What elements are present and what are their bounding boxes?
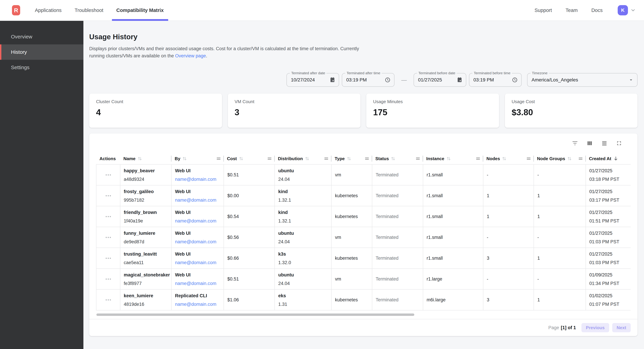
more-options-icon[interactable]	[104, 214, 112, 219]
cell-by: Web UI name@domain.com	[172, 248, 224, 268]
type-value: kubernetes	[335, 256, 358, 261]
cell-instance: r1.large	[423, 269, 483, 289]
terminated-before-time-field[interactable]: Terminated before time 03:19 PM	[469, 73, 522, 87]
column-menu-icon[interactable]	[416, 157, 420, 160]
scrollbar-thumb[interactable]	[96, 314, 414, 316]
status-badge: Terminated	[376, 214, 398, 219]
link-team[interactable]: Team	[566, 7, 578, 13]
col-header-node-groups[interactable]: Node Groups	[534, 153, 586, 164]
link-support[interactable]: Support	[534, 7, 552, 13]
email-link[interactable]: name@domain.com	[175, 177, 216, 182]
col-label: By	[175, 156, 180, 161]
column-menu-icon[interactable]	[527, 157, 530, 160]
calendar-icon[interactable]	[330, 77, 335, 83]
by-method: Web UI	[175, 188, 221, 195]
email-link[interactable]: name@domain.com	[175, 239, 216, 244]
cell-type: vm	[332, 165, 372, 185]
col-header-by[interactable]: By	[171, 153, 224, 164]
replicated-logo[interactable]: R	[12, 5, 20, 15]
email-link[interactable]: name@domain.com	[175, 218, 216, 224]
calendar-icon[interactable]	[457, 77, 462, 83]
col-header-cost[interactable]: Cost	[224, 153, 274, 164]
timezone-select[interactable]: Timezone America/Los_Angeles	[527, 73, 638, 87]
density-icon[interactable]	[601, 140, 608, 147]
column-menu-icon[interactable]	[579, 157, 582, 160]
cell-instance: r1.small	[423, 185, 483, 206]
terminated-after-time-field[interactable]: Terminated after time 03:19 PM	[342, 73, 394, 87]
account-menu[interactable]: K	[618, 5, 636, 15]
dropdown-arrow-icon[interactable]	[628, 77, 634, 83]
cell-name: funny_lumiere de9ed87d	[120, 227, 172, 248]
email-link[interactable]: name@domain.com	[175, 198, 216, 203]
created-date: 01/27/2025	[589, 167, 628, 174]
overview-page-link[interactable]: Overview page	[175, 53, 206, 58]
col-header-type[interactable]: Type	[331, 153, 372, 164]
avatar[interactable]: K	[618, 5, 628, 15]
next-button[interactable]: Next	[612, 323, 631, 332]
sidebar-item-settings[interactable]: Settings	[0, 60, 84, 75]
more-options-icon[interactable]	[104, 172, 112, 178]
col-header-status[interactable]: Status	[372, 153, 423, 164]
filter-icon[interactable]	[572, 140, 578, 147]
link-docs[interactable]: Docs	[591, 7, 603, 13]
cost-value: $1.06	[227, 297, 239, 303]
more-options-icon[interactable]	[104, 297, 112, 303]
tab-compatibility-matrix[interactable]: Compatibility Matrix	[112, 0, 168, 20]
columns-icon[interactable]	[586, 140, 593, 147]
clock-icon[interactable]	[384, 77, 391, 83]
cell-name: happy_beaver a48d9324	[120, 165, 172, 185]
sidebar-item-history[interactable]: History	[0, 44, 84, 60]
col-header-nodes[interactable]: Nodes	[483, 153, 534, 164]
node-groups-value: -	[537, 172, 539, 178]
email-link[interactable]: name@domain.com	[175, 302, 216, 307]
terminated-before-date-field[interactable]: Terminated before date 01/27/2025	[414, 73, 466, 87]
field-value[interactable]: 10/27/2024	[291, 77, 327, 83]
column-menu-icon[interactable]	[476, 157, 480, 160]
cell-cost: $0.56	[224, 227, 275, 248]
distribution-name: ubuntu	[278, 167, 328, 174]
col-header-name[interactable]: Name	[120, 153, 171, 164]
type-value: vm	[335, 277, 341, 282]
cell-status: Terminated	[372, 290, 423, 310]
terminated-after-date-field[interactable]: Terminated after date 10/27/2024	[286, 73, 339, 87]
more-options-icon[interactable]	[104, 277, 112, 282]
field-value[interactable]: America/Los_Angeles	[532, 77, 626, 83]
stat-cards: Cluster Count 4 VM Count 3 Usage Minutes…	[89, 94, 638, 128]
tab-troubleshoot[interactable]: Troubleshoot	[70, 0, 108, 20]
stat-value: $3.80	[512, 107, 631, 117]
more-options-icon[interactable]	[104, 193, 112, 198]
type-value: vm	[335, 172, 341, 178]
col-header-instance[interactable]: Instance	[423, 153, 483, 164]
sidebar-item-overview[interactable]: Overview	[0, 29, 84, 44]
cell-created-at: 01/27/2025 03:18 PM PST	[586, 165, 631, 185]
col-header-created-at[interactable]: Created At	[586, 153, 631, 164]
column-menu-icon[interactable]	[365, 157, 369, 160]
instance-value: r1.small	[426, 235, 443, 240]
field-label: Terminated after time	[345, 71, 382, 75]
node-groups-value: -	[537, 277, 539, 282]
tab-applications[interactable]: Applications	[30, 0, 66, 20]
previous-button[interactable]: Previous	[582, 323, 609, 332]
table-toolbar	[89, 133, 638, 153]
fullscreen-icon[interactable]	[616, 140, 622, 147]
column-menu-icon[interactable]	[268, 157, 272, 160]
status-badge: Terminated	[376, 297, 398, 303]
email-link[interactable]: name@domain.com	[175, 260, 216, 265]
table-row: frosty_galileo 995b7182 Web UI name@doma…	[96, 185, 631, 206]
email-link[interactable]: name@domain.com	[175, 281, 216, 286]
field-value[interactable]: 01/27/2025	[418, 77, 454, 83]
clock-icon[interactable]	[512, 77, 518, 83]
column-menu-icon[interactable]	[217, 157, 220, 160]
col-header-distribution[interactable]: Distribution	[274, 153, 331, 164]
field-value[interactable]: 03:19 PM	[346, 77, 382, 83]
filter-row: Terminated after date 10/27/2024 Termina…	[89, 73, 638, 87]
more-options-icon[interactable]	[104, 256, 112, 261]
stat-label: Usage Cost	[512, 99, 631, 104]
more-options-icon[interactable]	[104, 235, 112, 240]
distribution-version: 24.04	[278, 238, 328, 245]
terminated-after-group: Terminated after date 10/27/2024 Termina…	[286, 73, 394, 87]
col-label: Nodes	[486, 156, 500, 161]
column-menu-icon[interactable]	[324, 157, 328, 160]
field-value[interactable]: 03:19 PM	[474, 77, 509, 83]
distribution-version: 1.32.0	[278, 259, 328, 266]
